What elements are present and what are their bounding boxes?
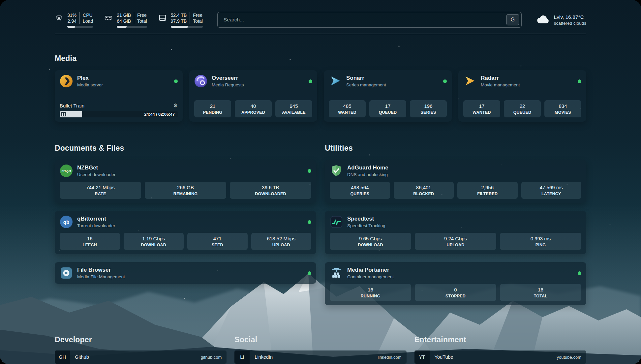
disk-widget: 52.4 TB Free 97.9 TB Total [158, 12, 203, 28]
cpu-usage-bar [67, 26, 93, 28]
stat-value: 17 [371, 103, 405, 109]
service-card-sonarr[interactable]: Sonarr Series management 485 WANTED 17 Q… [324, 70, 452, 122]
adguard-icon [330, 164, 343, 177]
service-card-qbittorrent[interactable]: qb qBittorrent Torrent downloader [55, 211, 316, 254]
sonarr-icon [329, 75, 342, 88]
bookmark-name: YouTube [435, 354, 453, 360]
service-subtitle: Media File Management [77, 274, 125, 279]
stat-wanted: 17 WANTED [463, 100, 500, 117]
stat-download: 1.19 Gbps DOWNLOAD [124, 233, 184, 250]
service-card-filebrowser[interactable]: File Browser Media File Management [55, 262, 316, 284]
stat-value: 834 [546, 103, 580, 109]
service-card-radarr[interactable]: Radarr Movie management 17 WANTED 22 QUE… [458, 70, 586, 122]
service-subtitle: Media Requests [212, 82, 244, 87]
section-title-utilities: Utilities [325, 144, 586, 153]
weather-widget[interactable]: Lviv, 16.87°C scattered clouds [536, 13, 586, 27]
memory-total: 64 GiB [117, 18, 134, 24]
stat-value: 196 [411, 103, 445, 109]
stat-total: 16 TOTAL [500, 284, 581, 301]
stat-value: 21 [196, 103, 230, 109]
status-dot [174, 79, 178, 83]
memory-free: 21 GiB [117, 12, 134, 18]
bookmark-youtube[interactable]: YT YouTube youtube.com [414, 350, 586, 364]
filebrowser-icon [60, 266, 73, 280]
stat-value: 744.21 Mbps [61, 185, 140, 190]
service-subtitle: Container management [347, 274, 394, 279]
radarr-icon [463, 75, 476, 88]
stat-label: REMAINING [146, 192, 225, 196]
stat-label: UPLOAD [253, 243, 310, 247]
service-card-plex[interactable]: Plex Media server Bullet Train ⚙ 24:44 /… [55, 70, 183, 122]
stat-value: 0 [416, 287, 495, 292]
bookmark-name: LinkedIn [255, 354, 273, 360]
status-dot [443, 79, 447, 83]
stat-latency: 47.569 ms LATENCY [521, 182, 582, 199]
service-card-nzbget[interactable]: nzbget NZBGet Usenet downloader 74 [55, 160, 316, 203]
stat-label: LEECH [61, 243, 119, 247]
bookmark-abbr: YT [414, 350, 430, 364]
overseerr-icon [194, 75, 207, 88]
cpu-label: CPU [79, 12, 93, 18]
qbittorrent-icon: qb [60, 215, 73, 228]
stat-label: QUEUED [371, 110, 405, 115]
section-title-entertainment: Entertainment [414, 335, 586, 344]
stat-label: DOWNLOAD [125, 243, 183, 247]
search-input[interactable] [223, 16, 504, 23]
section-title-media: Media [55, 54, 586, 63]
memory-icon [104, 14, 113, 22]
service-name: Speedtest [347, 216, 385, 222]
service-card-portainer[interactable]: Media Portainer Container management 16 … [325, 262, 586, 305]
bookmark-linkedin[interactable]: LI LinkedIn linkedin.com [234, 350, 406, 364]
stat-leech: 16 LEECH [60, 233, 120, 250]
cpu-percent: 31% [67, 12, 79, 18]
service-card-adguard[interactable]: AdGuard Home DNS and adblocking 498,564 … [325, 160, 586, 203]
stat-value: 1.19 Gbps [125, 236, 183, 241]
stat-series: 196 SERIES [410, 100, 447, 117]
pause-icon[interactable] [61, 112, 66, 116]
service-card-speedtest[interactable]: Speedtest Speedtest Tracking 9.65 Gbps D… [325, 211, 586, 254]
stat-label: SEED [189, 243, 246, 247]
stat-blocked: 86,401 BLOCKED [394, 182, 454, 199]
bookmark-abbr: GH [55, 350, 70, 364]
service-name: Sonarr [346, 75, 386, 81]
bookmark-group-entertainment: Entertainment YT YouTube youtube.com NF … [414, 329, 586, 364]
stat-filtered: 2,956 FILTERED [457, 182, 518, 199]
status-dot [308, 220, 311, 224]
stat-label: WANTED [465, 110, 499, 115]
search-provider-button[interactable]: G [506, 14, 519, 25]
bookmark-group-social: Social LI LinkedIn linkedin.com TW Twitt… [234, 329, 406, 364]
portainer-icon [330, 266, 343, 280]
service-name: File Browser [77, 267, 125, 273]
disk-usage-bar [171, 26, 203, 28]
cpu-load: 2.94 [67, 18, 79, 24]
stat-label: RATE [61, 192, 140, 196]
stat-movies: 834 MOVIES [544, 100, 581, 117]
stat-label: AVAILABLE [277, 110, 311, 115]
memory-total-label: Total [134, 18, 147, 24]
stat-queued: 17 QUEUED [369, 100, 406, 117]
stat-pending: 21 PENDING [194, 100, 231, 117]
stat-value: 9.65 Gbps [331, 236, 410, 241]
cpu-load-label: Load [79, 18, 93, 24]
stat-label: FILTERED [459, 192, 516, 196]
stat-label: MOVIES [546, 110, 580, 115]
widget-settings-icon[interactable]: ⚙ [173, 103, 178, 108]
stat-approved: 40 APPROVED [235, 100, 272, 117]
bookmark-url: youtube.com [557, 355, 581, 360]
dashboard-screen: 31% CPU 2.94 Load [0, 0, 641, 364]
stat-value: 47.569 ms [523, 185, 580, 190]
section-media: Plex Media server Bullet Train ⚙ 24:44 /… [55, 70, 586, 122]
stat-value: 618.52 Mbps [253, 236, 310, 241]
section-title-social: Social [234, 335, 406, 344]
bookmark-name: Github [75, 354, 89, 360]
stat-queued: 22 QUEUED [504, 100, 541, 117]
service-card-overseerr[interactable]: Overseerr Media Requests 21 PENDING 40 A… [189, 70, 317, 122]
playback-progress-bar[interactable]: 24:44 / 02:06:47 [60, 111, 178, 117]
service-subtitle: Series management [346, 82, 386, 87]
status-dot [309, 79, 312, 83]
bookmark-github[interactable]: GH Github github.com [55, 350, 227, 364]
stat-upload: 9.24 Gbps UPLOAD [415, 233, 496, 250]
stat-wanted: 485 WANTED [329, 100, 366, 117]
stat-value: 485 [330, 103, 364, 109]
bookmark-url: linkedin.com [378, 355, 401, 360]
